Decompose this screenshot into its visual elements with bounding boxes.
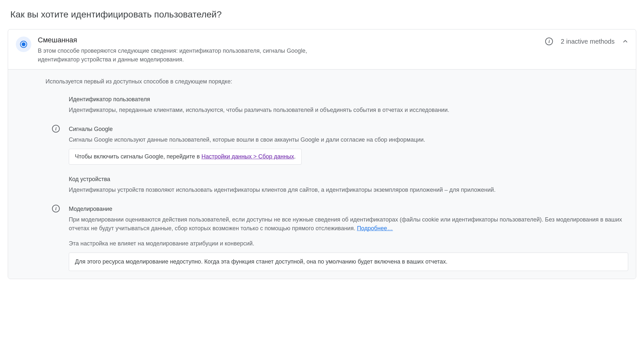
- card-body: Используется первый из доступных способо…: [8, 69, 636, 279]
- method-desc: Идентификаторы, переданные клиентами, ис…: [69, 106, 628, 114]
- method-desc: Идентификаторы устройств позволяют испол…: [69, 186, 628, 194]
- card-subtitle: В этом способе проверяются следующие све…: [38, 47, 328, 64]
- modeling-unavailable-callout: Для этого ресурса моделирование недоступ…: [69, 253, 628, 271]
- page-title: Как вы хотите идентифицировать пользоват…: [8, 8, 636, 21]
- reporting-identity-card: Смешанная В этом способе проверяются сле…: [8, 29, 636, 279]
- signals-callout: Чтобы включить сигналы Google, перейдите…: [69, 149, 302, 165]
- method-title: Код устройства: [69, 175, 628, 184]
- method-device-id: Код устройства Идентификаторы устройств …: [49, 175, 628, 194]
- chevron-up-icon[interactable]: [622, 38, 628, 44]
- modeling-note: Эта настройка не влияет на моделирование…: [69, 239, 628, 248]
- method-title: Моделирование: [69, 205, 628, 213]
- card-header-text: Смешанная В этом способе проверяются сле…: [38, 35, 539, 64]
- method-title: Сигналы Google: [69, 125, 628, 134]
- callout-suffix: .: [294, 153, 296, 160]
- data-collection-link[interactable]: Настройки данных > Сбор данных: [202, 153, 294, 160]
- method-desc: При моделировании оцениваются действия п…: [69, 215, 628, 233]
- method-title: Идентификатор пользователя: [69, 95, 628, 104]
- info-icon[interactable]: i: [52, 125, 60, 133]
- method-google-signals: i Сигналы Google Сигналы Google использу…: [49, 125, 628, 165]
- info-icon[interactable]: i: [545, 38, 553, 45]
- radio-selected[interactable]: [16, 37, 31, 52]
- modeling-desc-text: При моделировании оцениваются действия п…: [69, 216, 622, 232]
- method-modeling: i Моделирование При моделировании оценив…: [49, 205, 628, 271]
- body-intro: Используется первый из доступных способо…: [46, 77, 628, 86]
- info-icon[interactable]: i: [52, 205, 60, 212]
- card-title: Смешанная: [38, 35, 539, 45]
- card-header[interactable]: Смешанная В этом способе проверяются сле…: [8, 29, 636, 69]
- card-header-right: i 2 inactive methods: [545, 37, 628, 46]
- callout-prefix: Чтобы включить сигналы Google, перейдите…: [75, 153, 202, 160]
- method-desc: Сигналы Google используют данные пользов…: [69, 135, 628, 144]
- inactive-methods-label: 2 inactive methods: [561, 37, 615, 46]
- method-user-id: Идентификатор пользователя Идентификатор…: [49, 95, 628, 114]
- learn-more-link[interactable]: Подробнее…: [357, 225, 393, 232]
